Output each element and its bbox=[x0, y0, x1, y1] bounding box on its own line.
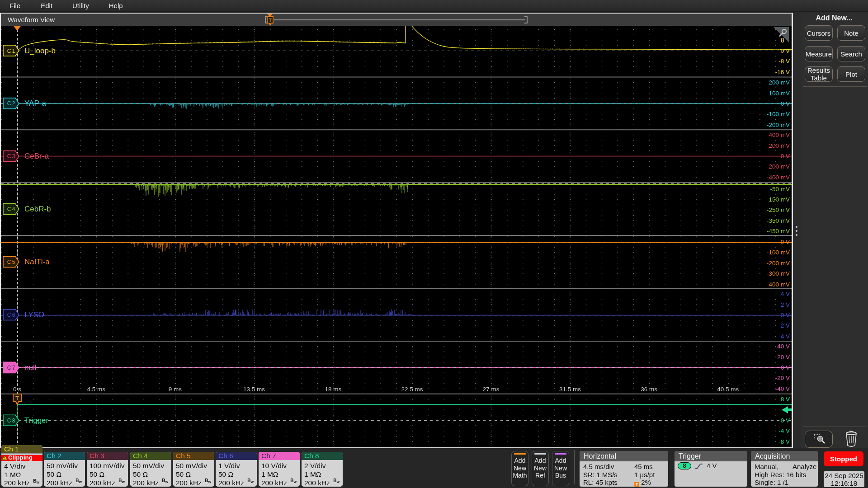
svg-text:C: C bbox=[7, 312, 11, 318]
svg-text:22.5 ms: 22.5 ms bbox=[401, 386, 423, 393]
svg-text:LYSO: LYSO bbox=[24, 310, 44, 319]
svg-text:T: T bbox=[269, 18, 272, 23]
svg-text:-50 mV: -50 mV bbox=[770, 186, 790, 192]
svg-text:-150 mV: -150 mV bbox=[767, 196, 790, 203]
svg-text:C: C bbox=[7, 206, 11, 212]
svg-text:T: T bbox=[15, 395, 19, 402]
svg-text:-450 mV: -450 mV bbox=[767, 228, 790, 235]
svg-text:C: C bbox=[7, 365, 11, 371]
svg-text:100 mV: 100 mV bbox=[769, 90, 790, 97]
svg-text:null: null bbox=[24, 363, 36, 372]
svg-text:C: C bbox=[7, 153, 11, 160]
svg-text:36 ms: 36 ms bbox=[641, 386, 657, 393]
svg-text:8 V: 8 V bbox=[781, 396, 790, 403]
svg-text:-400 mV: -400 mV bbox=[767, 281, 790, 288]
svg-text:0 V: 0 V bbox=[781, 417, 790, 424]
svg-text:13.5 ms: 13.5 ms bbox=[243, 386, 265, 393]
svg-text:CeBr-a: CeBr-a bbox=[24, 152, 49, 160]
svg-text:-100 mV: -100 mV bbox=[767, 249, 790, 256]
svg-text:9 ms: 9 ms bbox=[169, 386, 182, 393]
svg-text:C: C bbox=[7, 259, 11, 265]
svg-text:-250 mV: -250 mV bbox=[767, 206, 790, 213]
svg-text:1: 1 bbox=[12, 48, 15, 54]
svg-text:3: 3 bbox=[12, 153, 15, 160]
svg-text:-20 V: -20 V bbox=[775, 375, 790, 381]
svg-text:2 V: 2 V bbox=[781, 301, 790, 308]
svg-text:-40 V: -40 V bbox=[775, 385, 790, 392]
svg-text:C: C bbox=[7, 48, 11, 54]
svg-text:-400 mV: -400 mV bbox=[767, 174, 790, 181]
svg-text:5: 5 bbox=[12, 259, 15, 265]
svg-text:YAP-a: YAP-a bbox=[24, 99, 46, 108]
svg-text:31.5 ms: 31.5 ms bbox=[559, 386, 581, 393]
svg-text:0 V: 0 V bbox=[781, 364, 790, 371]
svg-text:-200 mV: -200 mV bbox=[767, 122, 790, 128]
svg-text:Trigger: Trigger bbox=[24, 416, 49, 425]
svg-text:200 mV: 200 mV bbox=[769, 142, 790, 149]
svg-text:20 V: 20 V bbox=[777, 354, 790, 361]
svg-text:8: 8 bbox=[12, 418, 15, 424]
svg-text:0 V: 0 V bbox=[781, 47, 790, 54]
svg-text:4: 4 bbox=[12, 206, 15, 212]
svg-text:2: 2 bbox=[12, 100, 15, 107]
svg-text:-8 V: -8 V bbox=[778, 58, 790, 65]
svg-text:6: 6 bbox=[12, 312, 15, 318]
svg-text:-2 V: -2 V bbox=[778, 322, 790, 329]
svg-text:27 ms: 27 ms bbox=[483, 386, 500, 393]
svg-text:4.5 ms: 4.5 ms bbox=[87, 386, 105, 393]
svg-text:18 ms: 18 ms bbox=[325, 386, 341, 393]
svg-text:-8 V: -8 V bbox=[778, 438, 790, 445]
svg-text:-100 mV: -100 mV bbox=[767, 111, 790, 117]
svg-text:0 V: 0 V bbox=[781, 239, 790, 245]
svg-text:U_loop-b: U_loop-b bbox=[24, 47, 56, 55]
svg-text:-4 V: -4 V bbox=[778, 427, 790, 434]
svg-text:-350 mV: -350 mV bbox=[767, 217, 790, 224]
svg-text:8: 8 bbox=[781, 37, 784, 44]
svg-text:400 mV: 400 mV bbox=[769, 131, 790, 138]
svg-text:4 V: 4 V bbox=[781, 291, 790, 297]
svg-text:C: C bbox=[7, 100, 11, 107]
svg-text:40.5 ms: 40.5 ms bbox=[717, 386, 739, 393]
svg-text:-16 V: -16 V bbox=[775, 69, 790, 75]
svg-text:-300 mV: -300 mV bbox=[767, 270, 790, 277]
svg-text:-200 mV: -200 mV bbox=[767, 260, 790, 267]
svg-text:200 mV: 200 mV bbox=[769, 79, 790, 86]
svg-text:7: 7 bbox=[12, 365, 15, 371]
svg-text:0 V: 0 V bbox=[781, 312, 790, 319]
svg-text:40 V: 40 V bbox=[777, 343, 790, 350]
svg-text:-4 V: -4 V bbox=[778, 333, 790, 340]
svg-text:CebR-b: CebR-b bbox=[24, 205, 51, 213]
svg-text:-200 mV: -200 mV bbox=[767, 163, 790, 170]
svg-text:NaITl-a: NaITl-a bbox=[24, 258, 50, 266]
svg-text:0 V: 0 V bbox=[781, 153, 790, 160]
svg-text:0 V: 0 V bbox=[781, 100, 790, 107]
svg-text:C: C bbox=[7, 418, 11, 424]
svg-text:0 s: 0 s bbox=[13, 386, 21, 393]
